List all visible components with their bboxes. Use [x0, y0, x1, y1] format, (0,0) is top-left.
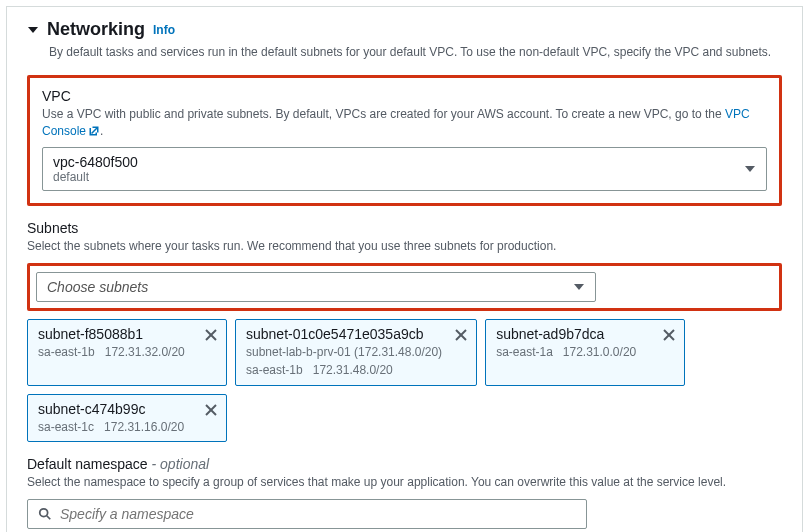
- subnet-tag-line1: sa-east-1c172.31.16.0/20: [38, 419, 192, 435]
- vpc-hint-text: Use a VPC with public and private subnet…: [42, 107, 725, 121]
- svg-line-9: [47, 515, 51, 519]
- subnet-tag: subnet-c474b99csa-east-1c172.31.16.0/20: [27, 394, 227, 442]
- subnets-label: Subnets: [27, 220, 782, 236]
- close-icon[interactable]: [204, 403, 218, 417]
- subnet-tag: subnet-f85088b1sa-east-1b172.31.32.0/20: [27, 319, 227, 385]
- search-icon: [38, 507, 52, 521]
- vpc-hint: Use a VPC with public and private subnet…: [42, 106, 767, 140]
- subnet-tag-id: subnet-ad9b7dca: [496, 326, 650, 342]
- subnet-tag-line1: subnet-lab-b-prv-01 (172.31.48.0/20): [246, 344, 442, 360]
- chevron-down-icon: [744, 163, 756, 175]
- subnets-placeholder: Choose subnets: [47, 279, 563, 295]
- external-link-icon: [88, 125, 100, 137]
- vpc-field: VPC Use a VPC with public and private su…: [27, 75, 782, 207]
- section-title: Networking: [47, 19, 145, 40]
- caret-down-icon[interactable]: [27, 24, 39, 36]
- subnet-tag: subnet-01c0e5471e035a9cbsubnet-lab-b-prv…: [235, 319, 477, 385]
- close-icon[interactable]: [204, 328, 218, 342]
- vpc-selected-value: vpc-6480f500: [53, 154, 734, 170]
- vpc-selected-sub: default: [53, 170, 734, 184]
- chevron-down-icon: [573, 281, 585, 293]
- vpc-select[interactable]: vpc-6480f500 default: [42, 147, 767, 191]
- namespace-label: Default namespace - optional: [27, 456, 782, 472]
- vpc-label: VPC: [42, 88, 767, 104]
- namespace-input-wrap[interactable]: [27, 499, 587, 529]
- subnets-field: Subnets Select the subnets where your ta…: [27, 220, 782, 441]
- subnet-tag-line2: sa-east-1b172.31.48.0/20: [246, 362, 442, 378]
- info-link[interactable]: Info: [153, 23, 175, 37]
- subnets-select[interactable]: Choose subnets: [36, 272, 596, 302]
- subnet-tag-id: subnet-c474b99c: [38, 401, 192, 417]
- subnet-tag: subnet-ad9b7dcasa-east-1a172.31.0.0/20: [485, 319, 685, 385]
- section-header: Networking Info: [7, 7, 802, 44]
- subnet-tags: subnet-f85088b1sa-east-1b172.31.32.0/20s…: [27, 319, 782, 442]
- subnets-hint: Select the subnets where your tasks run.…: [27, 238, 782, 255]
- namespace-field: Default namespace - optional Select the …: [27, 456, 782, 529]
- subnet-tag-id: subnet-f85088b1: [38, 326, 192, 342]
- subnet-tag-line1: sa-east-1b172.31.32.0/20: [38, 344, 192, 360]
- svg-point-8: [40, 508, 48, 516]
- subnets-select-highlight: Choose subnets: [27, 263, 782, 311]
- namespace-input[interactable]: [60, 506, 576, 522]
- close-icon[interactable]: [454, 328, 468, 342]
- namespace-hint: Select the namespace to specify a group …: [27, 474, 782, 491]
- subnet-tag-line1: sa-east-1a172.31.0.0/20: [496, 344, 650, 360]
- subnet-tag-id: subnet-01c0e5471e035a9cb: [246, 326, 442, 342]
- section-description: By default tasks and services run in the…: [7, 44, 802, 75]
- networking-panel: Networking Info By default tasks and ser…: [6, 6, 803, 532]
- close-icon[interactable]: [662, 328, 676, 342]
